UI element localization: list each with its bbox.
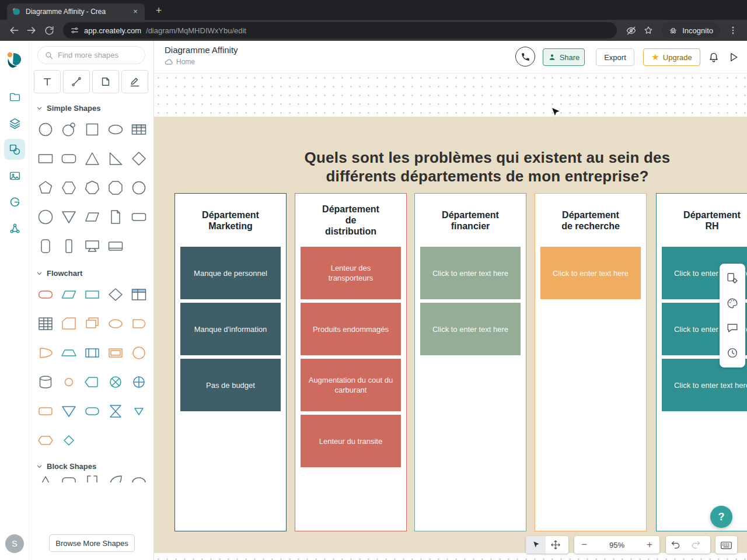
shape-rectangle[interactable] bbox=[34, 150, 57, 167]
shape-block-ellipse[interactable] bbox=[127, 473, 151, 482]
shape-card[interactable] bbox=[57, 315, 81, 332]
shape-predefined-process[interactable] bbox=[81, 344, 104, 362]
shape-monitor-stand[interactable] bbox=[81, 237, 104, 255]
text-tool-button[interactable] bbox=[34, 70, 61, 93]
shape-triangle-down[interactable] bbox=[57, 208, 81, 226]
user-avatar[interactable]: S bbox=[5, 534, 24, 553]
shape-diamond[interactable] bbox=[127, 150, 151, 167]
sticky-note[interactable]: Click to enter text here bbox=[540, 247, 641, 299]
shape-decision[interactable] bbox=[104, 286, 127, 303]
shape-stored-data[interactable] bbox=[104, 315, 127, 332]
shape-ellipse[interactable] bbox=[104, 121, 127, 138]
new-tab-button[interactable]: + bbox=[152, 4, 166, 18]
column-title[interactable]: Département RH bbox=[657, 194, 747, 247]
shape-summing-junction[interactable] bbox=[104, 373, 127, 391]
search-input[interactable] bbox=[58, 51, 138, 60]
sticky-note[interactable]: Produits endommagés bbox=[301, 303, 401, 355]
sticky-note[interactable]: Lenteur du transite bbox=[301, 415, 401, 467]
shape-grid-table[interactable] bbox=[127, 286, 151, 303]
sticky-note[interactable]: Augmentation du cout du carburant bbox=[301, 359, 401, 411]
folder-icon[interactable] bbox=[4, 86, 25, 107]
shape-table[interactable] bbox=[127, 121, 151, 138]
column-recherche[interactable]: Département de recherche Click to enter … bbox=[535, 193, 647, 531]
shape-preparation-hexagon[interactable] bbox=[34, 432, 57, 449]
keyboard-icon[interactable] bbox=[717, 536, 736, 554]
palette-icon[interactable] bbox=[721, 292, 744, 315]
shape-search[interactable] bbox=[37, 46, 145, 64]
shape-block-rounded[interactable] bbox=[57, 473, 81, 482]
shape-circle[interactable] bbox=[34, 121, 57, 138]
connector-tool-button[interactable] bbox=[63, 70, 90, 93]
shape-tall-rounded[interactable] bbox=[34, 237, 57, 255]
images-icon[interactable] bbox=[4, 165, 25, 186]
column-title[interactable]: Département de recherche bbox=[535, 194, 646, 247]
section-simple-shapes[interactable]: Simple Shapes bbox=[29, 93, 153, 115]
sticky-note[interactable]: Click to enter text here bbox=[420, 247, 521, 299]
shape-octagon[interactable] bbox=[104, 179, 127, 197]
shape-connector-circle[interactable] bbox=[127, 344, 151, 362]
tab-close-icon[interactable]: × bbox=[131, 7, 140, 16]
section-flowchart[interactable]: Flowchart bbox=[29, 261, 153, 280]
shape-terminator[interactable] bbox=[34, 286, 57, 303]
shape-merge-triangle[interactable] bbox=[57, 402, 81, 420]
pan-move-icon[interactable] bbox=[546, 536, 566, 554]
shape-delay[interactable] bbox=[127, 315, 151, 332]
shape-document[interactable] bbox=[104, 208, 127, 226]
document-title[interactable]: Diagramme Affinity bbox=[165, 45, 238, 55]
shape-circle-2[interactable] bbox=[127, 179, 151, 197]
upgrade-button[interactable]: ★ Upgrade bbox=[643, 48, 700, 66]
notifications-bell-icon[interactable] bbox=[705, 48, 722, 66]
sticky-note[interactable]: Pas de budget bbox=[180, 359, 281, 411]
reload-button[interactable] bbox=[41, 22, 57, 38]
shape-data-parallelogram[interactable] bbox=[57, 286, 81, 303]
shape-small-diamond[interactable] bbox=[57, 432, 81, 449]
integrations-icon[interactable] bbox=[4, 218, 25, 239]
column-distribution[interactable]: Département de distribution Lenteur des … bbox=[295, 193, 407, 531]
breadcrumb[interactable]: Home bbox=[165, 58, 195, 66]
bookmark-star-icon[interactable] bbox=[640, 22, 657, 38]
zoom-level[interactable]: 95% bbox=[594, 541, 640, 550]
shape-display[interactable] bbox=[81, 373, 104, 391]
shape-tall-rect[interactable] bbox=[57, 237, 81, 255]
board-question-title[interactable]: Quels sont les problèmes qui existent au… bbox=[225, 148, 747, 186]
shape-trapezoid[interactable] bbox=[57, 344, 81, 362]
shape-block-triangle[interactable] bbox=[34, 473, 57, 482]
shape-triangle[interactable] bbox=[81, 150, 104, 167]
sticky-note[interactable]: Lenteur des transporteurs bbox=[301, 247, 401, 299]
creately-logo[interactable] bbox=[5, 50, 24, 69]
address-bar[interactable]: app.creately.com/diagram/MqMHDIWxYbu/edi… bbox=[63, 22, 617, 38]
shape-hexagon[interactable] bbox=[57, 179, 81, 197]
shape-big-circle[interactable] bbox=[34, 208, 57, 226]
shape-small-circle[interactable] bbox=[57, 373, 81, 391]
help-button[interactable]: ? bbox=[710, 506, 732, 528]
browser-menu-icon[interactable] bbox=[725, 22, 741, 38]
section-block-shapes[interactable]: Block Shapes bbox=[29, 455, 153, 473]
shape-multi-document[interactable] bbox=[81, 315, 104, 332]
shape-parallelogram[interactable] bbox=[81, 208, 104, 226]
select-tool-icon[interactable] bbox=[526, 536, 546, 554]
shape-or-junction[interactable] bbox=[127, 373, 151, 391]
shape-circle-loop[interactable] bbox=[57, 121, 81, 138]
pen-tool-button[interactable] bbox=[121, 70, 148, 93]
comment-icon[interactable] bbox=[721, 316, 744, 340]
shape-matrix[interactable] bbox=[34, 315, 57, 332]
shape-block-bracket[interactable] bbox=[81, 473, 104, 482]
shape-extract-triangle[interactable] bbox=[127, 402, 151, 420]
shapes-icon[interactable] bbox=[4, 139, 25, 160]
shape-alt-process[interactable] bbox=[34, 402, 57, 420]
browser-tab[interactable]: Diagramme Affinity - Crea × bbox=[7, 4, 145, 20]
sticky-note[interactable]: Click to enter text here bbox=[420, 303, 521, 355]
present-play-icon[interactable] bbox=[725, 48, 742, 66]
call-button[interactable] bbox=[515, 47, 535, 66]
shape-right-triangle[interactable] bbox=[104, 150, 127, 167]
shape-square[interactable] bbox=[81, 121, 104, 138]
column-marketing[interactable]: Département Marketing Manque de personne… bbox=[174, 193, 287, 531]
column-financier[interactable]: Département financier Click to enter tex… bbox=[414, 193, 526, 531]
shape-cone[interactable] bbox=[34, 344, 57, 362]
google-apps-icon[interactable] bbox=[4, 191, 25, 212]
shape-widescreen-monitor[interactable] bbox=[104, 237, 127, 255]
zoom-in-button[interactable]: + bbox=[640, 536, 659, 554]
diagram-canvas[interactable]: Quels sont les problèmes qui existent au… bbox=[154, 74, 747, 560]
redo-icon[interactable] bbox=[686, 536, 706, 554]
shape-alt-process-2[interactable] bbox=[81, 402, 104, 420]
